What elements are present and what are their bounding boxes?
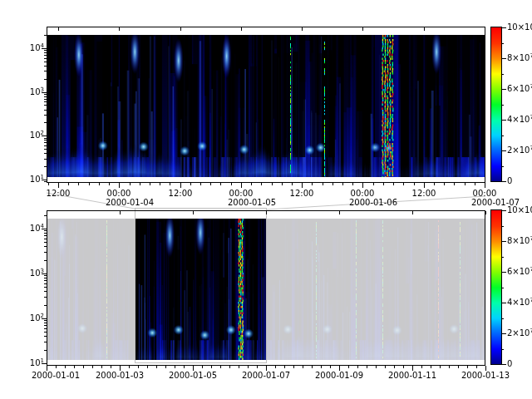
x-minor-tick (109, 183, 110, 185)
y-minor-tick (44, 239, 47, 239)
y-tick-label: 103 (22, 87, 44, 96)
colorbar-tick (501, 303, 506, 303)
x-minor-tick (293, 366, 294, 368)
y-minor-tick (44, 350, 47, 351)
colorbar-tick-label: 2×107 (507, 145, 532, 155)
x-minor-tick (449, 366, 450, 368)
x-minor-tick (170, 183, 170, 185)
x-minor-tick (352, 183, 353, 185)
x-date-label: 2000-01-03 (94, 371, 145, 380)
y-tick-label-base: 10 (30, 358, 41, 367)
y-minor-tick (44, 140, 47, 140)
colorbar-tick (501, 333, 506, 334)
x-major-tick-top (362, 27, 363, 31)
y-minor-tick (44, 110, 47, 111)
y-tick-label-exp: 3 (41, 86, 44, 93)
x-major-tick (119, 183, 120, 188)
x-major-tick (58, 183, 59, 188)
x-major-tick (362, 183, 363, 188)
x-minor-tick (303, 366, 303, 368)
y-minor-tick (44, 280, 47, 281)
y-minor-tick (44, 96, 47, 97)
y-minor-tick (44, 58, 47, 59)
x-date-label: 2000-01-09 (313, 371, 365, 380)
y-tick-label-base: 10 (30, 175, 41, 184)
x-minor-tick (140, 183, 140, 185)
x-minor-tick (465, 183, 466, 185)
colorbar-tick (501, 150, 506, 151)
colorbar-tick-label: 6×107 (507, 84, 532, 93)
colorbar-tick (501, 105, 504, 106)
y-tick-label-exp: 4 (41, 42, 44, 49)
colorbar-tick-label: 4×107 (507, 115, 532, 124)
x-tick-label: 12:00 (410, 189, 438, 198)
y-minor-tick (44, 122, 47, 123)
x-minor-tick (251, 183, 252, 185)
y-minor-tick (44, 336, 47, 337)
x-minor-tick (239, 366, 239, 368)
x-minor-tick (342, 183, 343, 185)
x-minor-tick (321, 366, 322, 368)
x-minor-tick (111, 366, 111, 368)
colorbar-tick (501, 120, 506, 121)
y-minor-tick (44, 283, 47, 284)
x-minor-tick (330, 366, 331, 368)
x-tick-label: 12:00 (44, 189, 72, 198)
x-minor-tick (403, 183, 404, 185)
x-minor-tick (68, 183, 69, 185)
x-minor-tick (476, 366, 477, 368)
colorbar-tick-label: 8×107 (507, 236, 532, 245)
x-minor-tick (130, 183, 131, 185)
y-tick-label: 101 (22, 175, 44, 184)
y-minor-tick (44, 275, 47, 276)
colorbar-tick (501, 288, 504, 288)
x-minor-tick (231, 183, 232, 185)
y-minor-tick (44, 181, 47, 182)
colorbar-tick (501, 74, 504, 75)
x-minor-tick (272, 183, 273, 185)
colorbar-tick (501, 43, 504, 44)
x-minor-tick (184, 366, 185, 368)
x-minor-tick (65, 366, 66, 368)
x-date-label: 2000-01-05 (226, 198, 278, 207)
x-major-tick-top (485, 211, 486, 214)
x-minor-tick (282, 183, 283, 185)
x-minor-tick (376, 366, 377, 368)
x-minor-tick (431, 366, 431, 368)
colorbar-tick (501, 58, 506, 59)
colorbar-label-base: 0 (507, 359, 512, 368)
colorbar-tick-label: 0 (507, 359, 512, 368)
x-minor-tick (454, 183, 455, 185)
colorbar-label-base: 10×10 (507, 22, 532, 32)
x-minor-tick (89, 183, 90, 185)
x-minor-tick (312, 183, 313, 185)
x-major-tick-top (193, 211, 194, 214)
y-minor-tick (44, 55, 47, 56)
x-major-tick-top (58, 27, 59, 31)
y-minor-tick (44, 159, 47, 160)
x-minor-tick (156, 366, 157, 368)
y-minor-tick (44, 145, 47, 146)
x-major-tick (424, 183, 425, 188)
x-minor-tick (150, 183, 150, 185)
y-minor-tick (44, 235, 47, 236)
y-tick-label: 104 (22, 224, 44, 233)
x-minor-tick (373, 183, 374, 185)
y-minor-tick (44, 320, 47, 321)
colorbar-tick (501, 27, 506, 28)
colorbar-label-base: 6×10 (507, 84, 530, 93)
y-tick-label-base: 10 (30, 87, 41, 96)
x-major-tick-top (180, 27, 181, 31)
x-minor-tick (190, 183, 191, 185)
x-major-tick-top (424, 27, 425, 31)
x-minor-tick (78, 183, 79, 185)
x-minor-tick (165, 366, 166, 368)
y-minor-tick (44, 115, 47, 116)
x-minor-tick (160, 183, 160, 185)
y-minor-tick (44, 233, 47, 234)
x-minor-tick (357, 366, 358, 368)
top-colorbar-frame (490, 27, 502, 182)
top-chart-frame (47, 27, 485, 183)
y-minor-tick (44, 62, 47, 62)
y-tick-label: 104 (22, 43, 44, 52)
